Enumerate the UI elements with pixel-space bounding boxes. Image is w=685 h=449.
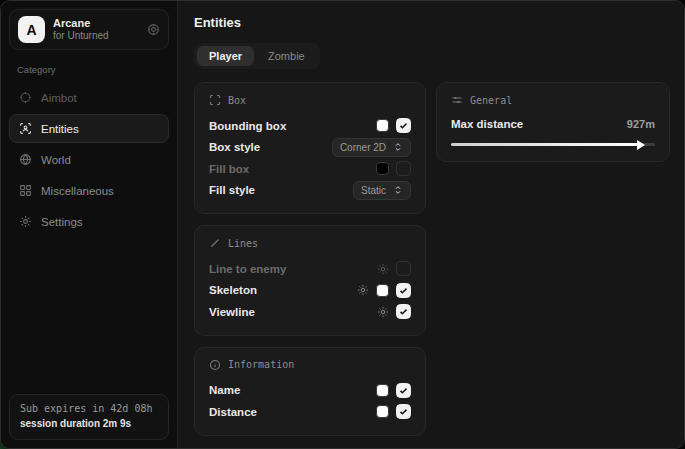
gear-icon[interactable] [377,306,389,318]
tab-player[interactable]: Player [197,46,254,66]
content-columns: Box Bounding box Box style [194,82,670,436]
bounding-box-controls [376,118,411,133]
sidebar-item-label: Aimbot [41,92,77,104]
box-style-value: Corner 2D [340,142,386,153]
info-icon [209,359,221,371]
name-controls [376,383,411,398]
box-card-title-text: Box [228,95,246,106]
app-name: Arcane [53,17,139,30]
box-style-controls: Corner 2D [332,138,411,157]
category-label: Category [17,64,161,75]
bounding-box-label: Bounding box [209,120,376,132]
general-card-title: General [451,94,655,106]
sliders-icon [451,94,463,106]
diagonal-line-icon [209,237,221,249]
skeleton-row: Skeleton [209,280,411,302]
sidebar-item-world[interactable]: World [9,145,169,174]
left-column: Box Bounding box Box style [194,82,426,436]
max-distance-row: Max distance 927m [451,115,655,133]
check-icon [399,307,408,316]
lines-card: Lines Line to enemy [194,225,426,336]
session-duration-text: session duration 2m 9s [20,417,158,432]
fill-box-label: Fill box [209,163,376,175]
slider-fill [451,143,639,147]
box-style-label: Box style [209,141,332,153]
general-card: General Max distance 927m [436,82,670,162]
information-card-title-text: Information [228,359,294,370]
scan-person-icon [19,122,32,135]
skeleton-color-swatch[interactable] [376,284,389,297]
fill-box-row: Fill box [209,158,411,180]
grid-icon [19,184,32,197]
line-to-enemy-controls [377,261,411,276]
skeleton-label: Skeleton [209,284,357,296]
entity-tabbar: Player Zombie [194,43,320,69]
name-label: Name [209,384,376,396]
app-titles: Arcane for Unturned [53,17,139,41]
tab-zombie[interactable]: Zombie [256,46,317,66]
sidebar-item-aimbot[interactable]: Aimbot [9,83,169,112]
viewline-checkbox[interactable] [396,304,411,319]
viewline-controls [377,304,411,319]
max-distance-label: Max distance [451,118,627,130]
sidebar-nav: Aimbot Entities World Miscellaneous [9,83,169,236]
gear-icon[interactable] [377,263,389,275]
gear-icon[interactable] [357,284,369,296]
box-style-row: Box style Corner 2D [209,137,411,159]
sidebar-item-miscellaneous[interactable]: Miscellaneous [9,176,169,205]
box-card: Box Bounding box Box style [194,82,426,214]
sidebar-item-label: Settings [41,216,83,228]
information-card: Information Name Distance [194,347,426,436]
gear-icon [19,215,32,228]
sub-expiry-text: Sub expires in 42d 08h [20,402,158,417]
line-to-enemy-label: Line to enemy [209,263,377,275]
sidebar-item-label: Miscellaneous [41,185,114,197]
app-header: A Arcane for Unturned [9,9,169,50]
max-distance-slider[interactable] [451,140,655,149]
globe-icon [19,153,32,166]
fill-box-color-swatch[interactable] [376,162,389,175]
sidebar: A Arcane for Unturned Category Aimbot [1,1,177,448]
fill-style-dropdown[interactable]: Static [353,181,411,200]
sidebar-item-entities[interactable]: Entities [9,114,169,143]
check-icon [399,386,408,395]
skeleton-controls [357,283,411,298]
name-color-swatch[interactable] [376,384,389,397]
bounding-box-color-swatch[interactable] [376,119,389,132]
name-checkbox[interactable] [396,383,411,398]
information-card-title: Information [209,359,411,371]
sidebar-item-label: World [41,154,71,166]
distance-row: Distance [209,401,411,423]
distance-controls [376,404,411,419]
skeleton-checkbox[interactable] [396,283,411,298]
max-distance-value: 927m [627,118,655,130]
general-card-title-text: General [470,95,512,106]
sidebar-item-settings[interactable]: Settings [9,207,169,236]
distance-label: Distance [209,406,376,418]
app-window: A Arcane for Unturned Category Aimbot [0,0,685,449]
bounding-box-checkbox[interactable] [396,118,411,133]
distance-checkbox[interactable] [396,404,411,419]
slider-thumb[interactable] [637,140,645,150]
box-card-title: Box [209,94,411,106]
scan-box-icon [209,94,221,106]
line-to-enemy-checkbox[interactable] [396,261,411,276]
subscription-status: Sub expires in 42d 08h session duration … [9,394,169,440]
distance-color-swatch[interactable] [376,405,389,418]
fill-box-checkbox[interactable] [396,161,411,176]
box-style-dropdown[interactable]: Corner 2D [332,138,411,157]
sidebar-spacer [9,236,169,394]
viewline-label: Viewline [209,306,377,318]
crosshair-icon [19,91,32,104]
settings-icon[interactable] [147,23,160,36]
fill-style-value: Static [361,185,386,196]
check-icon [399,407,408,416]
right-column: General Max distance 927m [436,82,670,162]
check-icon [399,286,408,295]
viewline-row: Viewline [209,301,411,323]
app-avatar: A [18,16,45,43]
chevrons-up-down-icon [393,185,403,195]
app-subtitle: for Unturned [53,30,139,42]
name-row: Name [209,380,411,402]
fill-box-controls [376,161,411,176]
